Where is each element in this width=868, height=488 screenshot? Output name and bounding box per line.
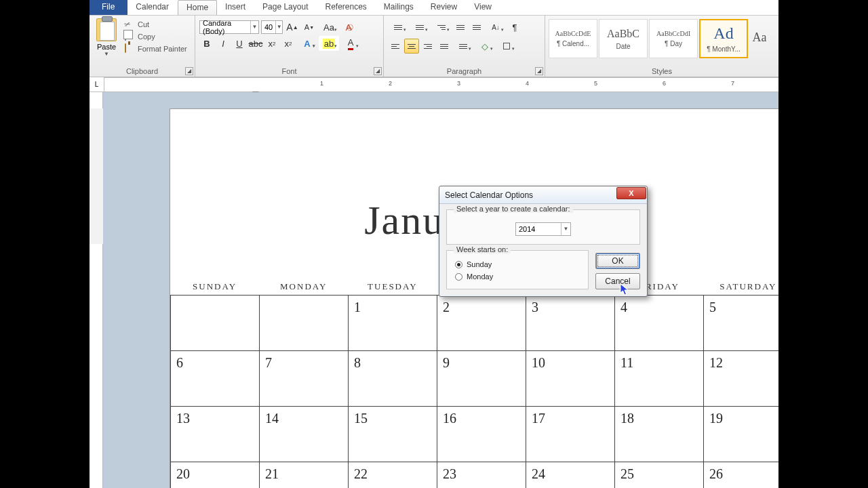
- underline-button[interactable]: U: [232, 36, 247, 51]
- style-month-year[interactable]: Ad ¶ MonthY...: [699, 19, 748, 58]
- tab-file[interactable]: File: [90, 0, 127, 15]
- style-calendar[interactable]: AaBbCcDdE ¶ Calend...: [549, 19, 597, 58]
- horizontal-ruler[interactable]: 1 2 3 4 5 6 7: [104, 77, 778, 92]
- shrink-font-button[interactable]: A▼: [302, 20, 317, 35]
- style-date[interactable]: AaBbC Date: [599, 19, 648, 58]
- calendar-cell[interactable]: [170, 296, 260, 350]
- calendar-cell[interactable]: 25: [615, 462, 704, 488]
- close-button[interactable]: X: [616, 187, 646, 199]
- decrease-indent-button[interactable]: [453, 20, 468, 35]
- copy-label: Copy: [138, 33, 155, 41]
- year-combo[interactable]: 2014 ▼: [515, 222, 571, 236]
- dialog-title: Select Calendar Options: [445, 190, 533, 200]
- chevron-down-icon[interactable]: ▼: [104, 51, 109, 57]
- font-launcher[interactable]: ◢: [374, 67, 382, 75]
- tab-review[interactable]: Review: [422, 0, 466, 15]
- justify-button[interactable]: [437, 39, 452, 54]
- calendar-cell[interactable]: 20: [170, 462, 260, 488]
- calendar-cell[interactable]: 9: [437, 351, 526, 406]
- calendar-cell[interactable]: [260, 296, 349, 350]
- calendar-cell[interactable]: 11: [615, 351, 704, 406]
- increase-indent-button[interactable]: [469, 20, 484, 35]
- copy-button[interactable]: Copy: [125, 32, 187, 41]
- align-center-button[interactable]: [404, 39, 419, 54]
- calendar-cell[interactable]: 26: [704, 462, 778, 488]
- font-color-button[interactable]: A: [340, 36, 361, 51]
- radio-monday[interactable]: Monday: [455, 272, 580, 281]
- align-left-button[interactable]: [388, 39, 403, 54]
- highlight-button[interactable]: ab: [319, 36, 339, 51]
- calendar-cell[interactable]: 8: [349, 351, 437, 406]
- borders-button[interactable]: [496, 39, 517, 54]
- style-more[interactable]: Aa: [749, 19, 770, 58]
- italic-button[interactable]: I: [216, 36, 231, 51]
- font-size-combo[interactable]: 40▼: [261, 20, 283, 34]
- tab-view[interactable]: View: [466, 0, 500, 15]
- line-spacing-button[interactable]: [453, 39, 473, 54]
- calendar-cell[interactable]: 4: [615, 296, 704, 350]
- clipboard-launcher[interactable]: ◢: [185, 67, 193, 75]
- calendar-cell[interactable]: 10: [526, 351, 615, 406]
- grow-font-button[interactable]: A▲: [285, 20, 300, 35]
- group-clipboard: Paste ▼ ✂ Cut Copy Format Painter: [90, 16, 195, 77]
- dialog-titlebar[interactable]: Select Calendar Options X: [439, 186, 647, 204]
- calendar-cell[interactable]: 7: [260, 351, 349, 406]
- tab-calendar[interactable]: Calendar: [127, 0, 178, 15]
- calendar-cell[interactable]: 23: [437, 462, 526, 488]
- paste-button[interactable]: Paste ▼: [92, 17, 121, 57]
- calendar-cell[interactable]: 2: [437, 296, 526, 350]
- calendar-cell[interactable]: 1: [349, 296, 437, 350]
- group-label-clipboard: Clipboard: [92, 67, 192, 77]
- calendar-cell[interactable]: 3: [526, 296, 615, 350]
- align-right-icon: [424, 44, 432, 49]
- calendar-cell[interactable]: 16: [437, 407, 526, 462]
- subscript-button[interactable]: x2: [264, 36, 279, 51]
- clear-formatting-button[interactable]: A⃠: [341, 20, 356, 35]
- style-day[interactable]: AaBbCcDdI ¶ Day: [649, 19, 698, 58]
- strikethrough-button[interactable]: abc: [248, 36, 263, 51]
- line-spacing-icon: [459, 44, 467, 49]
- tab-home[interactable]: Home: [178, 0, 217, 15]
- multilevel-button[interactable]: [431, 20, 452, 35]
- cut-button[interactable]: ✂ Cut: [125, 20, 187, 29]
- vertical-ruler[interactable]: [90, 92, 103, 488]
- shading-button[interactable]: ◇: [475, 39, 495, 54]
- align-right-button[interactable]: [420, 39, 435, 54]
- page[interactable]: January 2013 SUNDAY MONDAY TUESDAY WEDNE…: [170, 108, 778, 488]
- show-marks-button[interactable]: ¶: [507, 20, 522, 35]
- calendar-cell[interactable]: 17: [526, 407, 615, 462]
- tab-insert[interactable]: Insert: [217, 0, 254, 15]
- calendar-cell[interactable]: 13: [170, 407, 260, 462]
- change-case-button[interactable]: Aa: [319, 20, 339, 35]
- sort-button[interactable]: A↓: [486, 20, 506, 35]
- tab-selector[interactable]: L: [90, 77, 104, 92]
- chevron-down-icon[interactable]: ▼: [275, 21, 282, 33]
- font-name-combo[interactable]: Candara (Body)▼: [199, 20, 259, 34]
- calendar-cell[interactable]: 24: [526, 462, 615, 488]
- calendar-cell[interactable]: 18: [615, 407, 704, 462]
- chevron-down-icon[interactable]: ▼: [250, 21, 258, 33]
- calendar-cell[interactable]: 12: [704, 351, 778, 406]
- numbering-button[interactable]: [410, 20, 430, 35]
- tab-references[interactable]: References: [317, 0, 375, 15]
- radio-sunday[interactable]: Sunday: [455, 260, 580, 268]
- bold-button[interactable]: B: [199, 36, 214, 51]
- format-painter-button[interactable]: Format Painter: [125, 44, 187, 54]
- calendar-cell[interactable]: 6: [170, 351, 260, 406]
- tab-page-layout[interactable]: Page Layout: [254, 0, 317, 15]
- text-effects-button[interactable]: A: [297, 36, 317, 51]
- tab-mailings[interactable]: Mailings: [376, 0, 422, 15]
- chevron-down-icon[interactable]: ▼: [561, 223, 570, 235]
- calendar-cell[interactable]: 15: [349, 407, 437, 462]
- calendar-cell[interactable]: 5: [704, 296, 778, 350]
- calendar-cell[interactable]: 14: [260, 407, 349, 462]
- calendar-cell[interactable]: 22: [349, 462, 437, 488]
- bullets-button[interactable]: [388, 20, 408, 35]
- paragraph-launcher[interactable]: ◢: [535, 67, 543, 75]
- calendar-cell[interactable]: 21: [260, 462, 349, 488]
- cancel-button[interactable]: Cancel: [595, 273, 640, 289]
- calendar-cell[interactable]: 19: [704, 407, 778, 462]
- superscript-button[interactable]: x2: [281, 36, 296, 51]
- group-label-paragraph: Paragraph: [387, 67, 542, 77]
- ok-button[interactable]: OK: [595, 253, 640, 269]
